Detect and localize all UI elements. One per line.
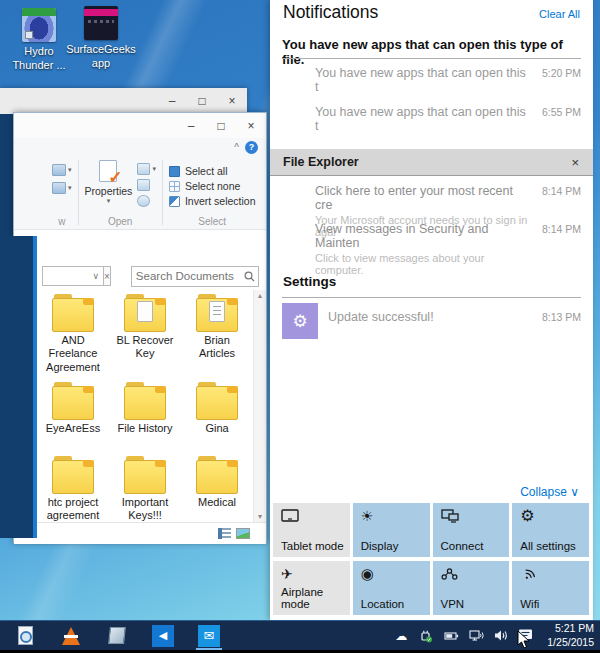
- minimize-button[interactable]: –: [157, 88, 187, 114]
- folder-item[interactable]: Important Keys!!!: [113, 456, 177, 534]
- notification-item[interactable]: Update successful! 8:13 PM: [282, 310, 581, 324]
- folder-icon: [123, 456, 167, 494]
- taskbar-vlc-button[interactable]: [48, 621, 94, 650]
- document-search-icon: [18, 626, 33, 645]
- usb-device-icon[interactable]: [418, 628, 434, 644]
- chevron-down-icon: ∨: [570, 485, 579, 499]
- gear-icon: ⚙: [520, 507, 534, 525]
- quick-action-vpn[interactable]: VPN: [433, 561, 510, 615]
- taskbar-media-app-button[interactable]: ◀: [140, 621, 186, 650]
- ribbon-group-label: Select: [169, 214, 256, 227]
- quick-action-all-settings[interactable]: ⚙ All settings: [512, 503, 589, 557]
- clear-all-link[interactable]: Clear All: [539, 8, 580, 20]
- scroll-down-icon[interactable]: ▾: [258, 512, 262, 521]
- search-input[interactable]: [132, 270, 242, 282]
- collapse-link[interactable]: Collapse ∨: [520, 485, 579, 499]
- background-window-titlebar[interactable]: – □ ×: [0, 88, 247, 114]
- quick-action-wifi[interactable]: Wifi: [512, 561, 589, 615]
- close-icon[interactable]: ×: [571, 155, 579, 170]
- quick-action-connect[interactable]: Connect: [433, 503, 510, 557]
- clock-time: 5:21 PM: [547, 622, 594, 636]
- select-none-button[interactable]: Select none: [169, 180, 256, 192]
- search-box[interactable]: [131, 266, 259, 287]
- minimize-button[interactable]: –: [176, 113, 206, 138]
- open-file-button[interactable]: ▾: [137, 163, 156, 175]
- desktop-icon-label: SurfaceGeeks app: [66, 43, 136, 71]
- address-bar[interactable]: ∨: [42, 266, 104, 286]
- address-clear-icon[interactable]: ×: [104, 266, 111, 286]
- notepad-icon: [108, 627, 126, 644]
- folder-icon: [123, 382, 167, 420]
- invert-selection-button[interactable]: Invert selection: [169, 195, 256, 207]
- close-button[interactable]: ×: [217, 88, 247, 114]
- taskbar-search-document-button[interactable]: [2, 621, 48, 650]
- navigation-row: ∨ ×: [14, 262, 266, 290]
- folder-icon: [51, 382, 95, 420]
- desktop-icon-surfacegeeks[interactable]: SurfaceGeeks app: [66, 6, 136, 71]
- properties-button[interactable]: ✓ Properties ▾: [85, 160, 133, 207]
- mail-icon: ✉: [198, 625, 220, 647]
- tablet-icon: [281, 507, 301, 525]
- notification-item[interactable]: You have new apps that can open this t 6…: [282, 105, 581, 133]
- quick-action-airplane-mode[interactable]: ✈ Airplane mode: [273, 561, 350, 615]
- folder-icon: [51, 294, 95, 332]
- maximize-button[interactable]: □: [187, 88, 217, 114]
- quick-action-tablet-mode[interactable]: Tablet mode: [273, 503, 350, 557]
- notification-banner[interactable]: You have new apps that can open this typ…: [282, 37, 581, 67]
- folder-content-area: AND Freelance Agreement BL Recover Key B…: [14, 290, 266, 522]
- wifi-icon: [520, 565, 538, 583]
- invert-selection-icon: [169, 196, 180, 207]
- notification-subtitle: Click to view messages about your comput…: [282, 252, 581, 276]
- select-all-button[interactable]: Select all: [169, 165, 256, 177]
- notification-item[interactable]: View messages in Security and Mainten 8:…: [282, 222, 581, 276]
- close-button[interactable]: ×: [236, 113, 266, 138]
- settings-group-header: Settings: [283, 274, 336, 289]
- notification-item[interactable]: You have new apps that can open this t 5…: [282, 66, 581, 94]
- airplane-icon: ✈: [281, 565, 293, 583]
- volume-icon[interactable]: [493, 628, 509, 644]
- quick-action-display[interactable]: ☀ Display: [353, 503, 430, 557]
- folder-item[interactable]: File History: [113, 382, 177, 456]
- location-icon: ◉: [361, 565, 374, 583]
- quick-action-location[interactable]: ◉ Location: [353, 561, 430, 615]
- mouse-cursor: [517, 630, 530, 653]
- folder-icon: [195, 382, 239, 420]
- network-icon[interactable]: [468, 628, 484, 644]
- folder-item[interactable]: AND Freelance Agreement: [41, 294, 105, 382]
- folder-item[interactable]: BL Recover Key: [113, 294, 177, 382]
- history-icon[interactable]: [137, 195, 150, 207]
- maximize-button[interactable]: □: [206, 113, 236, 138]
- folder-item[interactable]: Medical: [185, 456, 249, 534]
- folder-item[interactable]: Brian Articles: [185, 294, 249, 382]
- vertical-scrollbar[interactable]: ▴ ▾: [253, 290, 266, 522]
- search-icon[interactable]: [242, 267, 258, 286]
- ribbon-group-label: Open: [85, 214, 156, 227]
- background-window-edge: [0, 236, 37, 538]
- scroll-up-icon[interactable]: ▴: [258, 291, 262, 300]
- folder-with-document-icon: [123, 294, 167, 332]
- chevron-down-icon[interactable]: ∨: [88, 271, 103, 281]
- desktop-icon-hydro-thunder[interactable]: Hydro Thunder ...: [4, 8, 74, 73]
- explorer-titlebar[interactable]: – □ ×: [14, 113, 266, 138]
- dropdown-icon: ▾: [107, 197, 111, 205]
- ribbon-group-partial: ▾ ▾ w: [52, 156, 78, 229]
- folder-item[interactable]: Gina: [185, 382, 249, 456]
- taskbar-notepad-button[interactable]: [94, 621, 140, 650]
- help-icon[interactable]: ?: [245, 141, 258, 154]
- taskbar-clock[interactable]: 5:21 PM 1/25/2015: [543, 622, 594, 649]
- folder-item[interactable]: EyeAreEss: [41, 382, 105, 456]
- folder-item[interactable]: htc project agreement: [41, 456, 105, 534]
- vpn-icon: [441, 565, 459, 583]
- onedrive-cloud-icon[interactable]: ☁: [393, 628, 409, 644]
- taskbar-mail-button[interactable]: ✉: [186, 621, 232, 650]
- edit-icon[interactable]: [137, 179, 150, 191]
- file-explorer-window[interactable]: – □ × ^ ? ▾ ▾ w: [13, 112, 267, 543]
- battery-icon[interactable]: [443, 628, 459, 644]
- pane-icon: [52, 164, 66, 176]
- select-all-icon: [169, 166, 180, 177]
- ribbon-mini-button[interactable]: ▾: [52, 164, 72, 176]
- dropdown-icon: ▾: [152, 165, 156, 173]
- ribbon-mini-button[interactable]: ▾: [52, 182, 72, 194]
- notification-time: 8:13 PM: [542, 311, 581, 323]
- minimize-ribbon-icon[interactable]: ^: [234, 142, 239, 153]
